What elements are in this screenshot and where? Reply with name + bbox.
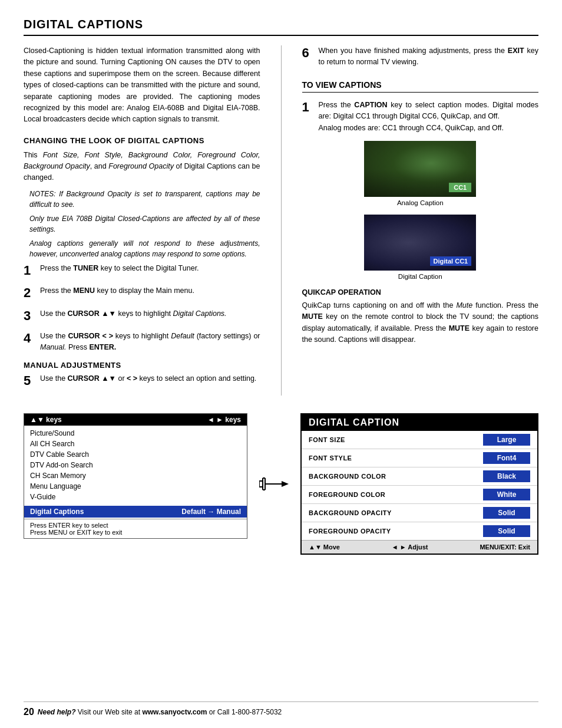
step-3: 3 Use the CURSOR ▲▼ keys to highlight Di…: [24, 308, 260, 324]
digital-cc-tag: Digital CC1: [430, 256, 472, 266]
menu-highlighted-label: Digital Captions: [30, 508, 84, 516]
menu-item[interactable]: All CH Search: [30, 439, 241, 449]
menu-item[interactable]: DTV Add-on Search: [30, 460, 241, 470]
svg-marker-8: [282, 481, 289, 487]
menu-items-list: Picture/Sound All CH Search DTV Cable Se…: [24, 426, 247, 505]
page-footer: 20 Need help? Visit our Web site at www.…: [24, 701, 538, 717]
page-container: DIGITAL CAPTIONS Closed-Captioning is hi…: [0, 0, 562, 728]
menu-item[interactable]: V-Guide: [30, 492, 241, 502]
left-column: Closed-Captioning is hidden textual info…: [24, 45, 260, 396]
dc-value-font-size: Large: [483, 434, 530, 446]
digital-caption-box: DIGITAL CAPTION FONT SIZE Large FONT STY…: [300, 413, 538, 555]
menu-header: ▲▼ keys ◄ ► keys: [24, 414, 247, 426]
dc-label-font-size: FONT SIZE: [309, 436, 345, 443]
intro-text: Closed-Captioning is hidden textual info…: [24, 45, 260, 126]
dc-value-fg-color: White: [483, 489, 530, 500]
menu-digital-captions-highlighted[interactable]: Digital Captions Default → Manual: [24, 506, 247, 518]
page-title: DIGITAL CAPTIONS: [24, 18, 538, 36]
dc-value-bg-opacity: Solid: [483, 507, 530, 519]
dc-label-bg-opacity: BACKGROUND OPACITY: [309, 509, 392, 516]
menu-footer-line1: Press ENTER key to select: [30, 522, 241, 529]
view-captions-step1: 1 Press the CAPTION key to select captio…: [302, 100, 539, 134]
dc-row-font-style: FONT STYLE Font4: [302, 449, 537, 467]
digital-caption-title: DIGITAL CAPTION: [302, 414, 537, 431]
view-captions-step1-number: 1: [302, 100, 319, 115]
dc-footer-adjust: ◄ ► Adjust: [392, 543, 428, 551]
footer-text: Need help? Visit our Web site at www.san…: [38, 708, 282, 716]
analog-cc-tag: CC1: [449, 183, 471, 192]
section-changing-text: This Font Size, Font Style, Background C…: [24, 150, 260, 184]
step-6: 6 When you have finished making adjustme…: [302, 45, 539, 68]
analog-caption-label: Analog Caption: [302, 199, 539, 206]
step-1: 1 Press the TUNER key to select the Digi…: [24, 263, 260, 278]
dc-label-font-style: FONT STYLE: [309, 454, 352, 462]
dc-label-fg-opacity: FOREGROUND OPACITY: [309, 528, 391, 535]
arrow-connector: [259, 475, 289, 493]
dc-row-bg-color: BACKGROUND COLOR Black: [302, 467, 537, 486]
dc-label-fg-color: FOREGROUND COLOR: [309, 491, 385, 498]
dc-footer-move: ▲▼ Move: [309, 543, 340, 551]
manual-adjustments-heading: MANUAL ADJUSTMENTS: [24, 361, 260, 370]
dc-row-font-size: FONT SIZE Large: [302, 431, 537, 449]
dc-row-fg-opacity: FOREGROUND OPACITY Solid: [302, 522, 537, 540]
step-4-content: Use the CURSOR < > keys to highlight Def…: [40, 331, 260, 354]
note2: Only true EIA 708B Digital Closed-Captio…: [24, 213, 260, 235]
menu-left-header: ▲▼ keys: [30, 416, 62, 424]
bottom-section: ▲▼ keys ◄ ► keys Picture/Sound All CH Se…: [24, 413, 538, 555]
step-4: 4 Use the CURSOR < > keys to highlight D…: [24, 331, 260, 354]
dc-row-bg-opacity: BACKGROUND OPACITY Solid: [302, 504, 537, 522]
main-content: Closed-Captioning is hidden textual info…: [24, 45, 538, 396]
menu-box: ▲▼ keys ◄ ► keys Picture/Sound All CH Se…: [24, 413, 247, 539]
section-changing-heading: CHANGING THE LOOK OF DIGITAL CAPTIONS: [24, 136, 260, 145]
step-2: 2 Press the MENU key to display the Main…: [24, 285, 260, 301]
dc-value-bg-color: Black: [483, 470, 530, 482]
menu-item[interactable]: DTV Cable Search: [30, 449, 241, 460]
menu-highlighted-right: Default → Manual: [181, 508, 241, 516]
view-captions-step1-content: Press the CAPTION key to select caption …: [319, 100, 539, 134]
quikcap-text: QuikCap turns captioning on and off with…: [302, 300, 539, 346]
menu-item[interactable]: Picture/Sound: [30, 428, 241, 439]
note1: NOTES: If Background Opacity is set to t…: [24, 189, 260, 210]
step-1-content: Press the TUNER key to select the Digita…: [40, 263, 260, 274]
view-captions-heading: TO VIEW CAPTIONS: [302, 80, 539, 93]
step-3-number: 3: [24, 308, 40, 324]
digital-caption-rows: FONT SIZE Large FONT STYLE Font4 BACKGRO…: [302, 431, 537, 540]
menu-item[interactable]: CH Scan Memory: [30, 470, 241, 481]
dc-value-fg-opacity: Solid: [483, 525, 530, 537]
step-2-content: Press the MENU key to display the Main m…: [40, 285, 260, 297]
menu-footer-line2: Press MENU or EXIT key to exit: [30, 529, 241, 536]
digital-caption-image: Digital CC1: [364, 215, 476, 271]
column-divider: [281, 45, 282, 396]
step-1-number: 1: [24, 263, 40, 278]
dc-row-fg-color: FOREGROUND COLOR White: [302, 486, 537, 504]
dc-value-font-style: Font4: [483, 452, 530, 464]
step-5-content: Use the CURSOR ▲▼ or < > keys to select …: [40, 373, 260, 384]
dc-footer-exit: MENU/EXIT: Exit: [480, 543, 530, 551]
menu-right-header: ◄ ► keys: [207, 416, 241, 424]
step-2-number: 2: [24, 285, 40, 301]
dc-footer: ▲▼ Move ◄ ► Adjust MENU/EXIT: Exit: [302, 540, 537, 554]
step-5: 5 Use the CURSOR ▲▼ or < > keys to selec…: [24, 373, 260, 388]
step-6-number: 6: [302, 45, 319, 61]
menu-item[interactable]: Menu Language: [30, 481, 241, 492]
quikcap-heading: QUIKCAP OPERATION: [302, 288, 539, 297]
step-3-content: Use the CURSOR ▲▼ keys to highlight Digi…: [40, 308, 260, 319]
step-4-number: 4: [24, 331, 40, 346]
right-column: 6 When you have finished making adjustme…: [302, 45, 539, 396]
page-number: 20: [24, 707, 34, 717]
step-5-number: 5: [24, 373, 40, 388]
menu-footer: Press ENTER key to select Press MENU or …: [24, 519, 247, 538]
digital-caption-label: Digital Caption: [302, 273, 539, 280]
analog-caption-image: CC1: [364, 141, 476, 197]
note3: Analog captions generally will not respo…: [24, 238, 260, 259]
dc-label-bg-color: BACKGROUND COLOR: [309, 473, 386, 480]
step-6-content: When you have finished making adjustment…: [319, 45, 539, 68]
